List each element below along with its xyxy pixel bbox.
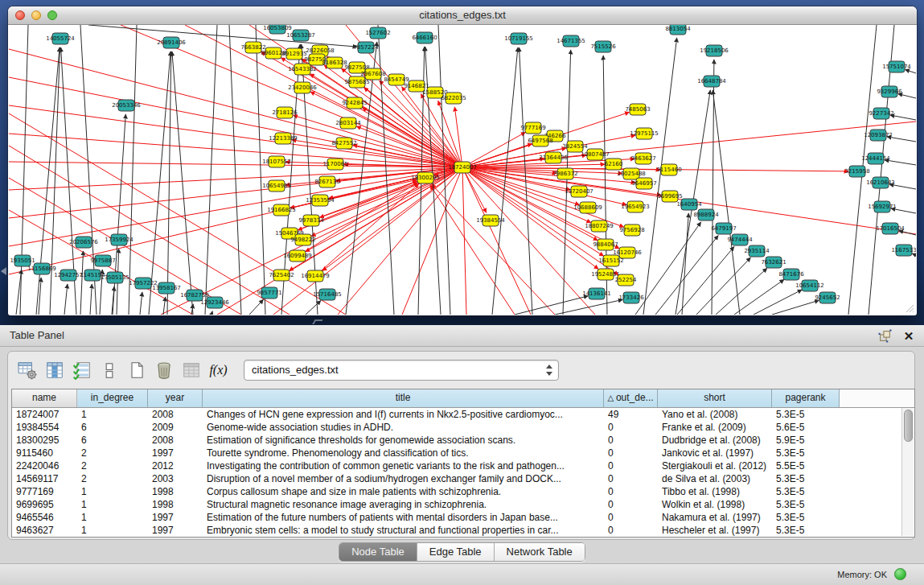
- graph-node[interactable]: 15751074: [882, 61, 911, 72]
- table-row[interactable]: 977716911998Corpus callosum shape and si…: [12, 485, 914, 498]
- graph-node[interactable]: 17359924: [105, 234, 133, 245]
- graph-node[interactable]: 9463627: [630, 153, 655, 164]
- graph-node[interactable]: 18107552: [262, 156, 291, 167]
- graph-node[interactable]: 7857224: [353, 42, 379, 53]
- graph-node[interactable]: 9756928: [619, 225, 644, 236]
- table-scrollbar-thumb[interactable]: [904, 410, 913, 442]
- graph-node[interactable]: 9978334: [298, 215, 324, 226]
- table-row[interactable]: 946362711997Embryonic stem cells: a mode…: [12, 524, 914, 537]
- graph-node[interactable]: 1935051: [10, 255, 35, 266]
- delete-columns-icon[interactable]: [151, 358, 176, 383]
- table-row[interactable]: 1938455462009Genome-wide association stu…: [12, 421, 914, 434]
- graph-node[interactable]: 1640954: [676, 199, 702, 210]
- table-selector-dropdown[interactable]: citations_edges.txt: [244, 360, 559, 381]
- graph-node[interactable]: 9227342: [869, 108, 893, 119]
- column-header-pagerank[interactable]: pagerank: [772, 389, 840, 407]
- graph-node[interactable]: 9884067: [593, 239, 618, 250]
- table-row[interactable]: 2242004622012Investigating the contribut…: [12, 459, 914, 472]
- column-header-year[interactable]: year: [148, 389, 203, 407]
- minimize-button[interactable]: [31, 10, 41, 20]
- graph-node[interactable]: 3215958: [844, 166, 869, 177]
- table-row[interactable]: 1456911722003Disruption of a novel membe…: [12, 472, 914, 485]
- column-settings-icon[interactable]: [14, 358, 39, 383]
- graph-node[interactable]: 19218506: [700, 45, 729, 56]
- graph-node[interactable]: 20891406: [157, 37, 186, 48]
- window-resize-grip[interactable]: [905, 303, 914, 313]
- graph-node[interactable]: 10654985: [262, 180, 291, 192]
- graph-node[interactable]: 9777169: [520, 122, 545, 134]
- graph-node[interactable]: 9975887: [90, 255, 115, 266]
- graph-node[interactable]: 7632621: [761, 257, 786, 268]
- graph-node[interactable]: 8813054: [665, 25, 691, 35]
- network-canvas[interactable]: 1405572420891406160538091065328715276027…: [9, 25, 916, 315]
- table-scrollbar[interactable]: [901, 408, 914, 536]
- table-row[interactable]: 1872400712008Changes of HCN gene express…: [12, 408, 914, 421]
- graph-node[interactable]: 7485063: [625, 104, 650, 115]
- graph-node[interactable]: 15720407: [565, 186, 593, 197]
- graph-node[interactable]: 15692971: [868, 201, 897, 212]
- graph-node[interactable]: 16914479: [301, 270, 330, 282]
- graph-node[interactable]: 20053346: [112, 100, 141, 111]
- graph-node[interactable]: 17016504: [876, 223, 905, 234]
- graph-node[interactable]: 14055724: [46, 33, 75, 44]
- graph-node[interactable]: 14671355: [556, 35, 585, 47]
- column-header-in_degree[interactable]: in_degree: [77, 389, 148, 407]
- graph-node[interactable]: 16210643: [866, 177, 895, 188]
- collapse-sidebar-arrow[interactable]: [1, 267, 6, 275]
- tab-edge-table[interactable]: Edge Table: [417, 543, 495, 561]
- clear-selection-icon[interactable]: [97, 358, 121, 383]
- graph-node[interactable]: 19654923: [621, 201, 650, 212]
- graph-node[interactable]: 9699695: [657, 191, 682, 202]
- import-table-icon[interactable]: [179, 358, 203, 383]
- column-header-title[interactable]: title: [203, 389, 604, 407]
- graph-node[interactable]: 1170065: [322, 159, 347, 170]
- new-column-icon[interactable]: [124, 358, 149, 383]
- graph-node[interactable]: 7986372: [552, 168, 577, 179]
- close-button[interactable]: [15, 10, 25, 20]
- graph-node[interactable]: 8267130: [314, 176, 339, 187]
- graph-node[interactable]: 8988924: [693, 209, 719, 220]
- graph-node[interactable]: 21364436: [539, 152, 568, 163]
- graph-node[interactable]: 6479197: [711, 223, 736, 234]
- close-panel-icon[interactable]: ✕: [901, 328, 916, 343]
- graph-node[interactable]: 16648784: [697, 76, 726, 87]
- graph-node[interactable]: 20206576: [69, 237, 98, 248]
- tab-network-table[interactable]: Network Table: [495, 543, 585, 561]
- graph-node[interactable]: 9329966: [877, 86, 902, 97]
- graph-node[interactable]: 12444154: [861, 153, 890, 164]
- graph-node[interactable]: 2718126: [272, 107, 298, 118]
- graph-node[interactable]: 3824554: [562, 141, 588, 152]
- column-header-short[interactable]: short: [658, 389, 772, 407]
- table-row[interactable]: 969969511998Structural magnetic resonanc…: [12, 498, 914, 511]
- zoom-button[interactable]: [47, 10, 57, 20]
- table-row[interactable]: 1830029562008Estimation of significance …: [12, 434, 914, 447]
- select-all-rows-icon[interactable]: [69, 358, 94, 383]
- graph-node[interactable]: 10688609: [573, 202, 602, 213]
- show-columns-icon[interactable]: [42, 358, 67, 383]
- graph-node[interactable]: 19166825: [267, 204, 296, 216]
- graph-node[interactable]: 23420046: [288, 82, 317, 93]
- window-titlebar[interactable]: citations_edges.txt: [8, 6, 917, 25]
- column-header-name[interactable]: name: [12, 389, 77, 407]
- graph-node[interactable]: 12942757: [54, 270, 83, 281]
- function-builder-icon[interactable]: f(x): [206, 358, 231, 383]
- tab-node-table[interactable]: Node Table: [339, 543, 417, 561]
- graph-node[interactable]: 9245652: [815, 292, 840, 303]
- graph-node[interactable]: 12353594: [306, 195, 335, 206]
- graph-node[interactable]: 12975115: [630, 128, 659, 139]
- graph-node[interactable]: 10654112: [795, 280, 824, 291]
- column-header-out_de[interactable]: △ out_de...: [604, 389, 658, 407]
- graph-node[interactable]: 1527602: [365, 27, 390, 39]
- graph-node[interactable]: 10719155: [504, 33, 533, 44]
- float-panel-icon[interactable]: [877, 328, 892, 343]
- graph-node[interactable]: 1167533: [891, 245, 916, 256]
- graph-node[interactable]: 8471676: [778, 269, 804, 280]
- graph-node[interactable]: 252254: [615, 274, 637, 286]
- table-row[interactable]: 911546021997Tourette syndrome. Phenomeno…: [12, 447, 914, 459]
- graph-node[interactable]: 1733426: [618, 292, 644, 303]
- panel-splitter-grip[interactable]: [312, 319, 323, 324]
- graph-node[interactable]: 2935114: [744, 245, 770, 257]
- graph-node[interactable]: 15716485: [313, 289, 342, 300]
- table-row[interactable]: 946554611997Estimation of the future num…: [12, 511, 914, 524]
- graph-node[interactable]: 12093872: [864, 130, 893, 141]
